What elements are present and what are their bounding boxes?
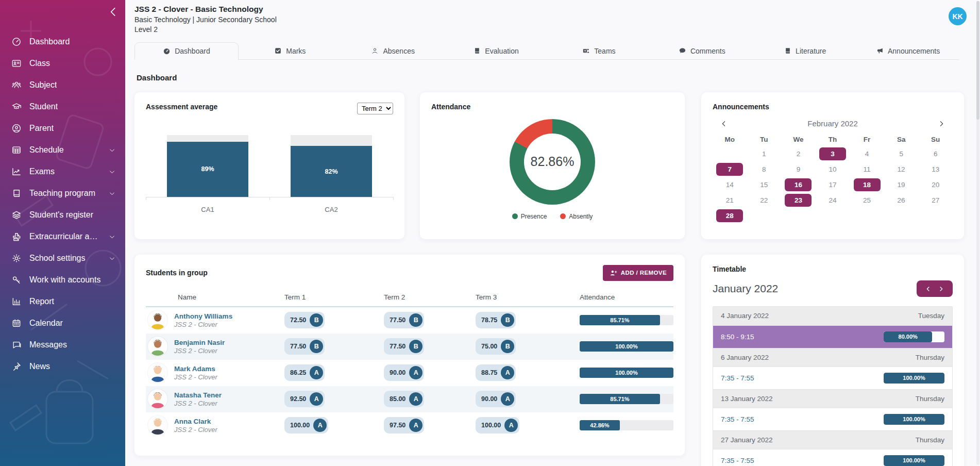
calendar-day-3[interactable]: 3: [816, 147, 850, 161]
calendar-day-7[interactable]: 7: [713, 163, 747, 176]
calendar-day-21[interactable]: 21: [713, 194, 747, 207]
term-1-grade: 86.25 A: [284, 364, 325, 381]
context-level: Level 2: [134, 25, 980, 35]
calendar-day-18[interactable]: 18: [850, 178, 884, 192]
calendar-day-19[interactable]: 19: [884, 178, 919, 192]
calendar-day-9[interactable]: 9: [781, 163, 816, 176]
calendar-day-26[interactable]: 26: [884, 194, 919, 207]
student-row-mark-adams: Mark Adams JSS 2 - Clover 86.25 A 90.00 …: [146, 360, 673, 386]
tab-literature[interactable]: Literature: [753, 43, 856, 59]
session-time-link[interactable]: 8:50 - 9:15: [721, 333, 754, 341]
calendar-month-label: February 2022: [728, 119, 937, 128]
calendar-day-1[interactable]: 1: [747, 147, 782, 161]
score-value: 77.50: [390, 343, 405, 350]
calendar-day-2[interactable]: 2: [781, 147, 816, 161]
term-1-grade: 72.50 B: [284, 312, 325, 328]
sidebar-item-label: Work with accounts: [29, 275, 100, 285]
student-name-link[interactable]: Anthony Williams: [174, 312, 232, 320]
calendar-day-11[interactable]: 11: [850, 163, 884, 176]
tab-comments[interactable]: Comments: [650, 43, 753, 59]
add-remove-button[interactable]: ADD / REMOVE: [603, 265, 673, 281]
sidebar-item-dashboard[interactable]: Dashboard: [0, 31, 125, 53]
sidebar-item-student-s-register[interactable]: Student's register: [0, 204, 125, 226]
calendar-day-23[interactable]: 23: [781, 194, 816, 207]
student-name-link[interactable]: Mark Adams: [174, 365, 217, 373]
calendar-day-6[interactable]: 6: [918, 147, 953, 161]
calendar-day-17[interactable]: 17: [816, 178, 850, 192]
calendar-day-20[interactable]: 20: [918, 178, 953, 192]
sidebar-item-subject[interactable]: Subject: [0, 74, 125, 96]
page-scrollbar[interactable]: [976, 1, 979, 465]
person-circle-icon: [11, 123, 22, 134]
tab-absences[interactable]: Absences: [342, 43, 445, 59]
score-value: 97.50: [390, 422, 405, 429]
calendar-day-4[interactable]: 4: [850, 147, 884, 161]
calendar-day-14[interactable]: 14: [713, 178, 747, 192]
sidebar-item-teaching-program[interactable]: Teaching program: [0, 182, 125, 204]
calendar-empty-cell: [781, 209, 816, 223]
sidebar-item-news[interactable]: News: [0, 356, 125, 377]
line-chart-icon: [11, 167, 22, 177]
sidebar-item-schedule[interactable]: Schedule: [0, 139, 125, 161]
calendar-day-15[interactable]: 15: [747, 178, 782, 192]
sidebar-item-report[interactable]: Report: [0, 291, 125, 312]
calendar-day-16[interactable]: 16: [781, 178, 816, 192]
bar-value-label: 89%: [201, 165, 214, 173]
tab-teams[interactable]: Teams: [548, 43, 651, 59]
calendar-day-24[interactable]: 24: [816, 194, 850, 207]
calendar-next-button[interactable]: [937, 119, 945, 128]
sidebar-item-student[interactable]: Student: [0, 96, 125, 118]
tab-evaluation[interactable]: Evaluation: [445, 43, 548, 59]
calendar-day-5[interactable]: 5: [884, 147, 919, 161]
sidebar-item-extracurricular-activ[interactable]: Extracurricular activ...: [0, 226, 125, 247]
attendance-bar: 100.00%: [580, 368, 673, 378]
student-name-link[interactable]: Natasha Tener: [174, 391, 222, 399]
calendar-prev-button[interactable]: [720, 119, 728, 128]
calendar-day-22[interactable]: 22: [747, 194, 782, 207]
session-progress-bar: 100.00%: [884, 373, 944, 384]
timetable-next-button[interactable]: [938, 284, 944, 293]
session-time-link[interactable]: 7:35 - 7:55: [721, 415, 754, 423]
term-2-grade: 97.50 A: [384, 417, 424, 434]
sidebar-item-messages[interactable]: Messages: [0, 334, 125, 356]
tab-dashboard[interactable]: Dashboard: [134, 42, 239, 60]
tab-announcements[interactable]: Announcements: [856, 43, 959, 59]
student-name-link[interactable]: Anna Clark: [174, 418, 217, 425]
term-select[interactable]: Term 2: [357, 103, 393, 114]
calendar-day-10[interactable]: 10: [816, 163, 850, 176]
calendar-day-25[interactable]: 25: [850, 194, 884, 207]
timetable-date-row: 4 January 2022 Tuesday: [713, 307, 952, 325]
calendar-day-27[interactable]: 27: [918, 194, 953, 207]
grade-badge: A: [310, 366, 323, 379]
sidebar-collapse-button[interactable]: [107, 5, 120, 19]
calendar-day-12[interactable]: 12: [884, 163, 919, 176]
tab-marks[interactable]: Marks: [239, 43, 342, 59]
timetable-day: Thursday: [916, 354, 944, 361]
student-name-link[interactable]: Benjamin Nasir: [174, 339, 225, 346]
calendar-day-28[interactable]: 28: [713, 209, 747, 223]
bar-chart-icon: [11, 296, 22, 307]
x-axis-label: CA1: [146, 206, 269, 213]
attendance-value: 85.71%: [610, 317, 629, 323]
session-time-link[interactable]: 7:35 - 7:55: [721, 374, 754, 382]
timetable-prev-button[interactable]: [925, 284, 932, 293]
score-value: 88.75: [481, 369, 497, 376]
chevron-down-icon: [108, 146, 116, 154]
sidebar-item-class[interactable]: Class: [0, 53, 125, 74]
calendar-day-8[interactable]: 8: [747, 163, 782, 176]
calendar-day-13[interactable]: 13: [918, 163, 953, 176]
sidebar-item-school-settings[interactable]: School settings: [0, 247, 125, 269]
session-percentage: 100.00%: [903, 416, 925, 422]
sidebar-item-work-with-accounts[interactable]: Work with accounts: [0, 269, 125, 291]
session-time-link[interactable]: 7:35 - 7:55: [721, 457, 754, 464]
chevron-down-icon: [108, 168, 116, 176]
sidebar-item-calendar[interactable]: Calendar: [0, 312, 125, 334]
session-progress-bar: 100.00%: [884, 414, 944, 425]
user-avatar[interactable]: KK: [949, 7, 967, 25]
sidebar-item-label: News: [29, 362, 50, 371]
sidebar-item-exams[interactable]: Exams: [0, 161, 125, 182]
highlighted-day: 16: [785, 178, 812, 191]
highlighted-day: 3: [819, 147, 846, 160]
highlighted-day: 28: [716, 209, 743, 222]
sidebar-item-parent[interactable]: Parent: [0, 118, 125, 139]
